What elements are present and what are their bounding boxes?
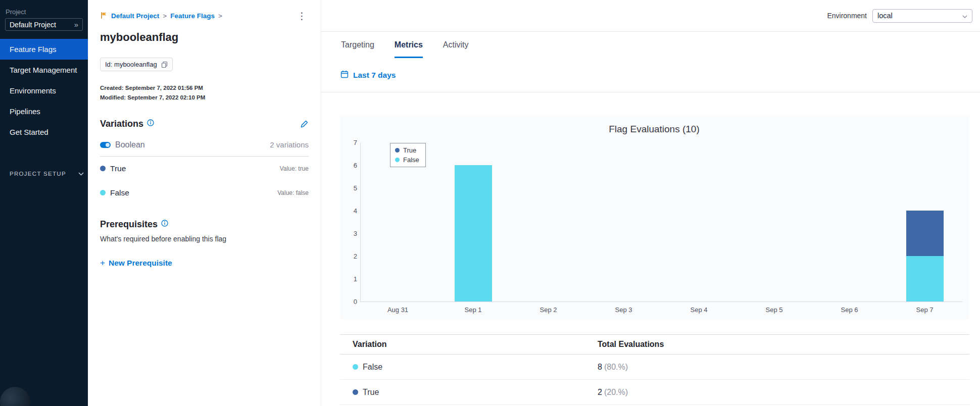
- x-tick: Sep 3: [586, 306, 661, 314]
- variation-color-dot: [353, 389, 358, 395]
- modified-timestamp: Modified: September 7, 2022 02:10 PM: [100, 93, 309, 103]
- breadcrumb-section-link[interactable]: Feature Flags: [170, 12, 215, 20]
- chart-title: Flag Evaluations (10): [346, 124, 962, 135]
- variation-row-true: TrueValue: true: [100, 157, 309, 181]
- variation-color-dot: [100, 166, 106, 171]
- plot-column-sep-1: [436, 143, 511, 301]
- y-axis: 01234567: [346, 143, 360, 302]
- sidebar-item-environments[interactable]: Environments: [0, 80, 88, 101]
- plot-column-sep-3: [586, 143, 662, 301]
- plot-column-sep-4: [662, 143, 737, 301]
- y-tick: 2: [354, 252, 357, 260]
- bar-true-sep-7: [906, 211, 944, 256]
- table-row-false: False8(80.%): [340, 354, 969, 380]
- project-setup-label: PROJECT SETUP: [10, 171, 66, 177]
- flag-id-text: Id: mybooleanflag: [105, 61, 157, 68]
- x-axis-labels: Aug 31Sep 1Sep 2Sep 3Sep 4Sep 5Sep 6Sep …: [360, 306, 962, 314]
- table-header-row: Variation Total Evaluations: [340, 334, 969, 354]
- plot-column-sep-2: [511, 143, 586, 301]
- project-selector[interactable]: Default Project »: [5, 18, 83, 31]
- edit-variations-icon[interactable]: [300, 120, 309, 128]
- created-timestamp: Created: September 7, 2022 01:56 PM: [100, 83, 309, 93]
- flag-icon: [100, 12, 108, 21]
- info-icon[interactable]: [161, 220, 168, 229]
- environment-value: local: [877, 12, 893, 20]
- x-tick: Sep 5: [737, 306, 812, 314]
- project-setup-toggle[interactable]: PROJECT SETUP: [0, 171, 88, 177]
- expand-icon[interactable]: »: [74, 20, 78, 29]
- variations-header: Variations: [100, 119, 309, 129]
- variation-cell: False: [353, 363, 598, 372]
- plot-column-sep-6: [812, 143, 887, 301]
- table-header-total: Total Evaluations: [598, 340, 969, 349]
- prerequisites-description: What's required before enabling this fla…: [100, 235, 309, 243]
- environment-select[interactable]: local: [872, 9, 972, 23]
- legend-dot: [395, 148, 400, 153]
- environment-header: Environment local: [321, 0, 980, 32]
- y-tick: 6: [354, 162, 357, 169]
- variation-color-dot: [100, 190, 106, 195]
- tab-bar: TargetingMetricsActivity: [321, 32, 980, 58]
- sidebar-nav: Feature FlagsTarget ManagementEnvironmen…: [0, 39, 88, 142]
- bar-false-sep-1: [455, 165, 492, 301]
- prerequisites-heading: Prerequisites: [100, 219, 158, 230]
- y-tick: 3: [354, 230, 357, 237]
- x-tick: Aug 31: [360, 306, 435, 314]
- variation-type-row: Boolean 2 variations: [100, 140, 309, 157]
- chevron-down-icon: [78, 171, 84, 177]
- kebab-menu-icon[interactable]: ⋮: [295, 11, 309, 21]
- legend-item-false: False: [395, 156, 419, 164]
- y-tick: 4: [354, 207, 357, 215]
- copy-icon[interactable]: [161, 61, 168, 68]
- variation-row-false: FalseValue: false: [100, 181, 309, 205]
- variation-cell: True: [353, 388, 598, 397]
- variation-type-label: Boolean: [115, 140, 145, 149]
- tab-activity[interactable]: Activity: [443, 32, 469, 58]
- sidebar-item-feature-flags[interactable]: Feature Flags: [0, 39, 88, 60]
- boolean-toggle-icon: [100, 142, 111, 148]
- date-range-button[interactable]: Last 7 days: [321, 58, 980, 92]
- table-row-true: True2(20.%): [340, 380, 969, 405]
- flag-title: mybooleanflag: [100, 31, 309, 44]
- evaluations-table-body: False8(80.%)True2(20.%): [340, 354, 969, 405]
- info-icon[interactable]: [147, 119, 154, 128]
- calendar-icon: [340, 70, 349, 80]
- x-tick: Sep 1: [435, 306, 511, 314]
- evaluations-table: Variation Total Evaluations False8(80.%)…: [340, 334, 969, 405]
- y-tick: 1: [354, 275, 357, 283]
- flag-metadata: Created: September 7, 2022 01:56 PM Modi…: [100, 83, 309, 103]
- variation-name: True: [110, 164, 126, 173]
- sidebar-item-target-management[interactable]: Target Management: [0, 60, 88, 80]
- breadcrumb-project-link[interactable]: Default Project: [111, 12, 159, 20]
- variation-value: Value: true: [280, 165, 309, 172]
- sidebar-item-pipelines[interactable]: Pipelines: [0, 101, 88, 122]
- plot-area: TrueFalse: [360, 143, 962, 302]
- harness-logo: [0, 387, 30, 406]
- plot-column-sep-7: [887, 143, 962, 301]
- plus-icon: +: [100, 258, 105, 268]
- total-evaluations-cell: 2(20.%): [598, 388, 969, 397]
- sidebar: Project Default Project » Feature FlagsT…: [0, 0, 88, 406]
- main-content: Environment local TargetingMetricsActivi…: [321, 0, 980, 406]
- variation-count: 2 variations: [270, 140, 309, 149]
- new-prerequisite-button[interactable]: + New Prerequisite: [100, 258, 172, 268]
- variation-color-dot: [353, 364, 358, 370]
- variations-list: TrueValue: trueFalseValue: false: [100, 157, 309, 205]
- environment-label: Environment: [827, 12, 867, 20]
- sidebar-item-get-started[interactable]: Get Started: [0, 122, 88, 142]
- y-tick: 0: [354, 298, 357, 306]
- tab-targeting[interactable]: Targeting: [341, 32, 374, 58]
- breadcrumb: Default Project > Feature Flags > ⋮: [100, 11, 309, 21]
- tab-metrics[interactable]: Metrics: [395, 32, 423, 58]
- flag-id-badge: Id: mybooleanflag: [100, 58, 173, 71]
- x-tick: Sep 7: [887, 306, 962, 314]
- legend-dot: [395, 158, 400, 162]
- plot-column-sep-5: [737, 143, 812, 301]
- prerequisites-header: Prerequisites: [100, 219, 309, 230]
- x-tick: Sep 2: [511, 306, 586, 314]
- breadcrumb-separator: >: [218, 12, 222, 20]
- new-prerequisite-label: New Prerequisite: [109, 259, 172, 268]
- variations-heading: Variations: [100, 119, 143, 129]
- flag-detail-panel: Default Project > Feature Flags > ⋮ mybo…: [88, 0, 321, 406]
- chevron-down-icon: [962, 12, 967, 20]
